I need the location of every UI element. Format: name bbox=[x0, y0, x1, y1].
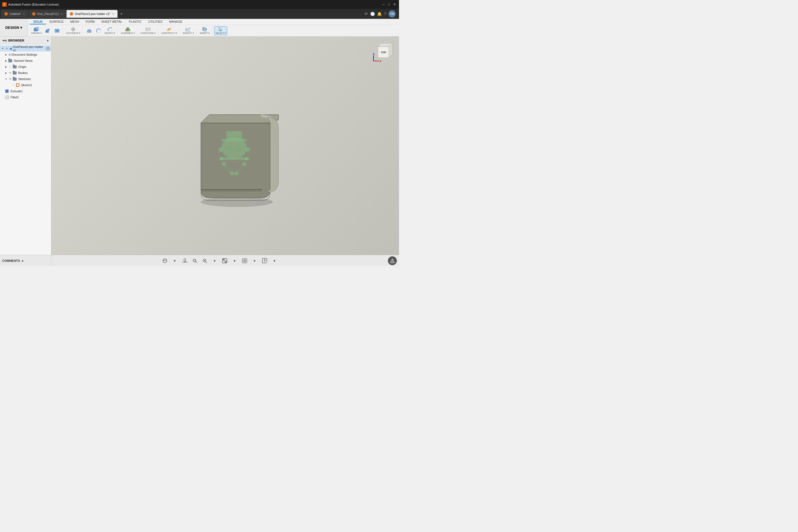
inspect-button[interactable]: INSPECT ▾ bbox=[182, 26, 195, 35]
tree-item-sketches[interactable]: ▼ 👁 Sketches bbox=[0, 76, 51, 82]
titlebar-controls[interactable]: ─ □ ✕ bbox=[381, 2, 397, 7]
svg-rect-3 bbox=[46, 31, 49, 33]
svg-rect-14 bbox=[87, 30, 91, 33]
tree-eye-bodies[interactable]: 👁 bbox=[8, 71, 12, 75]
menu-tab-utilities[interactable]: UTILITIES bbox=[145, 19, 166, 24]
tree-toggle-root[interactable]: ▼ bbox=[1, 47, 4, 50]
tree-toggle-doc-settings[interactable]: ▶ bbox=[4, 53, 8, 56]
tree-item-named-views[interactable]: ▶ Named Views bbox=[0, 58, 51, 64]
browser-pin-button[interactable]: ● bbox=[47, 39, 49, 42]
menu-tab-solid[interactable]: SOLID bbox=[30, 19, 46, 24]
tree-item-root[interactable]: ▼ 👁 ▣ OnePiece3 pen holder v1 ⚙ bbox=[0, 45, 51, 52]
maximize-button[interactable]: □ bbox=[387, 2, 391, 7]
minimize-button[interactable]: ─ bbox=[381, 2, 386, 7]
tree-eye-origin[interactable]: 👁 bbox=[8, 65, 12, 69]
layout-dropdown[interactable]: ▾ bbox=[271, 257, 279, 265]
browser-header: ◀◀ BROWSER ● bbox=[0, 37, 51, 44]
grid-dropdown[interactable]: ▾ bbox=[251, 257, 259, 265]
display-mode-button[interactable] bbox=[221, 257, 229, 265]
extrude-button[interactable] bbox=[43, 26, 52, 35]
notification-icon[interactable]: 🔔 bbox=[377, 12, 382, 16]
design-dropdown[interactable]: DESIGN ▾ bbox=[0, 19, 28, 36]
layout-button[interactable] bbox=[261, 257, 268, 265]
tree-item-fillet2[interactable]: ▶ Fillet2 bbox=[0, 94, 51, 100]
zoom-window-button[interactable] bbox=[191, 257, 199, 265]
comments-section[interactable]: COMMENTS ● bbox=[0, 255, 51, 266]
tree-icon-sketch1 bbox=[16, 83, 19, 87]
left-panel: ◀◀ BROWSER ● ▼ 👁 ▣ OnePiece3 pen holder … bbox=[0, 37, 51, 255]
menu-tab-surface[interactable]: SURFACE bbox=[46, 19, 67, 24]
svg-rect-86 bbox=[193, 260, 196, 261]
orbit-dropdown[interactable]: ▾ bbox=[171, 257, 179, 265]
history-icon[interactable]: 🕐 bbox=[370, 12, 375, 16]
menu-tab-form[interactable]: FORM bbox=[82, 19, 98, 24]
tab-close-untitled[interactable]: ✕ bbox=[23, 13, 25, 16]
close-button[interactable]: ✕ bbox=[392, 2, 397, 7]
comments-expand-icon[interactable]: ● bbox=[22, 259, 23, 262]
svg-text:Z: Z bbox=[373, 53, 375, 55]
menu-tab-sheet-metal[interactable]: SHEET METAL bbox=[98, 19, 126, 24]
browser-back-arrow[interactable]: ◀◀ bbox=[2, 39, 7, 42]
orbit-button[interactable] bbox=[161, 257, 169, 265]
tree-toggle-origin[interactable]: ▶ bbox=[4, 65, 8, 69]
construct-button[interactable]: CONSTRUCT ▾ bbox=[160, 26, 178, 35]
svg-rect-7 bbox=[56, 30, 58, 32]
tree-item-extrude1[interactable]: ▶ Extrude1 bbox=[0, 88, 51, 94]
assemble-button[interactable]: ASSEMBLE ▾ bbox=[120, 26, 135, 35]
press-pull-button[interactable] bbox=[85, 26, 94, 35]
refresh-icon[interactable]: ⟳ bbox=[365, 12, 368, 16]
display-dropdown[interactable]: ▾ bbox=[231, 257, 239, 265]
tree-eye-sketches[interactable]: 👁 bbox=[8, 77, 12, 81]
tree-icon-fillet2 bbox=[5, 95, 9, 99]
tree-item-bodies[interactable]: ▶ 👁 Bodies bbox=[0, 70, 51, 76]
main-area: ◀◀ BROWSER ● ▼ 👁 ▣ OnePiece3 pen holder … bbox=[0, 37, 399, 255]
toolbar-group-assemble: ASSEMBLE ▾ bbox=[119, 26, 137, 36]
tab-label-untitled: Untitled* bbox=[10, 12, 21, 16]
tree-eye-root[interactable]: 👁 bbox=[5, 46, 9, 51]
help-icon[interactable]: ? bbox=[384, 12, 386, 16]
chamfer-button[interactable]: MODIFY ▾ bbox=[103, 26, 116, 35]
tab-onepiece0[interactable]: One_Piece0*(1) ✕ bbox=[29, 10, 66, 18]
configure-button[interactable]: CONFIGURE ▾ bbox=[139, 26, 156, 35]
tree-icon-sketches bbox=[13, 78, 17, 81]
tree-item-doc-settings[interactable]: ▶ ⚙ Document Settings bbox=[0, 52, 51, 58]
tree-label-sketch1: Sketch1 bbox=[21, 83, 50, 87]
tree-settings-root[interactable]: ⚙ bbox=[46, 46, 50, 51]
create-new-component-button[interactable]: + CREATE ▾ bbox=[30, 26, 43, 35]
tree-eye-sketch1[interactable]: 👁 bbox=[12, 83, 16, 87]
viewcube[interactable]: TOP Z X bbox=[373, 41, 395, 63]
tree-icon-named-views bbox=[8, 59, 12, 62]
tree-label-doc-settings: Document Settings bbox=[11, 53, 50, 56]
tab-close-onepiece3[interactable]: ✕ bbox=[112, 13, 114, 16]
corner-notification-button[interactable] bbox=[388, 256, 397, 265]
toolbar-group-construct: CONSTRUCT ▾ bbox=[159, 26, 179, 36]
tab-untitled[interactable]: Untitled* ✕ bbox=[1, 10, 28, 18]
user-badge[interactable]: YS bbox=[388, 10, 396, 17]
menu-tab-plastic[interactable]: PLASTIC bbox=[126, 19, 145, 24]
grid-button[interactable] bbox=[241, 257, 249, 265]
tab-add-button[interactable]: + bbox=[118, 11, 125, 17]
insert-button[interactable]: INSERT ▾ bbox=[199, 26, 211, 35]
tab-icon-onepiece0 bbox=[32, 12, 36, 16]
viewport[interactable]: TOP Z X bbox=[51, 37, 399, 255]
tab-onepiece3[interactable]: OnePiece3 pen holder v1* ✕ bbox=[66, 10, 117, 18]
tree-item-origin[interactable]: ▶ 👁 Origin bbox=[0, 64, 51, 70]
menu-tab-manage[interactable]: MANAGE bbox=[166, 19, 186, 24]
tree-toggle-named-views[interactable]: ▶ bbox=[4, 59, 8, 62]
select-button[interactable]: SELECT ▾ bbox=[214, 26, 227, 35]
svg-rect-20 bbox=[146, 28, 150, 31]
pan-button[interactable] bbox=[181, 257, 189, 265]
zoom-button[interactable] bbox=[201, 257, 209, 265]
menu-tab-mesh[interactable]: MESH bbox=[67, 19, 82, 24]
tree-toggle-sketches[interactable]: ▼ bbox=[4, 77, 8, 81]
toolbar-group-automate: AUTOMATE ▾ bbox=[64, 26, 82, 36]
tree-toggle-bodies[interactable]: ▶ bbox=[4, 71, 8, 75]
tree-item-sketch1[interactable]: ▶ 👁 Sketch1 bbox=[0, 82, 51, 88]
tab-close-onepiece0[interactable]: ✕ bbox=[60, 13, 63, 16]
svg-rect-93 bbox=[225, 261, 227, 263]
automate-button[interactable]: AUTOMATE ▾ bbox=[65, 26, 81, 35]
component-button[interactable] bbox=[53, 26, 61, 35]
zoom-dropdown[interactable]: ▾ bbox=[211, 257, 218, 265]
fillet-toolbar-button[interactable] bbox=[94, 26, 103, 35]
svg-text:+: + bbox=[36, 28, 37, 30]
